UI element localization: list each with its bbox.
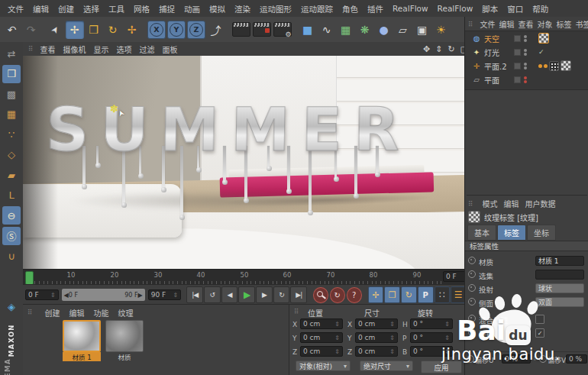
offset-u-field[interactable]: 0 % [502,354,531,364]
add-primitive-icon[interactable]: ■ [299,21,317,39]
position-z-field[interactable]: 0 cm⇕ [300,346,343,357]
menu-select[interactable]: 选择 [79,2,104,15]
menu-realflow-1[interactable]: RealFlow [388,3,433,14]
content-browser-icon[interactable]: ◈ [2,298,21,316]
environment-floor-icon[interactable]: ▱ [394,21,412,39]
texture-mode-icon[interactable]: ▩ [2,85,21,103]
object-row-plane[interactable]: ▱ 平面 [465,73,588,86]
keyframe-selection-button[interactable]: ? [347,287,362,303]
magnet-icon[interactable]: ∪ [2,247,21,265]
keyframe-circle[interactable] [467,355,474,363]
viewport-menu-cameras[interactable]: 摄像机 [60,44,90,55]
tile-checkbox[interactable]: ✓ [535,328,544,338]
keyframe-circle[interactable] [468,298,476,305]
enable-snap-icon[interactable]: Ⓢ [2,227,21,245]
polygons-mode-icon[interactable]: ▰ [2,166,21,184]
add-spline-icon[interactable]: ∿ [318,21,336,39]
undo-icon[interactable]: ↶ [3,21,21,39]
rotate-tool-icon[interactable]: ↻ [104,21,122,39]
visibility-dot[interactable] [524,39,527,42]
om-menu-bookmarks[interactable]: 书签 [576,18,588,30]
deformer-icon[interactable]: ● [375,21,393,39]
viewport-zoom-icon[interactable]: ⇕ [435,44,442,54]
next-key-button[interactable]: ↻ [273,286,290,303]
make-editable-icon[interactable]: ⇄ [2,44,21,63]
object-row-plane2[interactable]: ✛ 平面.2 [465,59,588,73]
visibility-dot-off[interactable] [524,76,527,79]
enable-axis-icon[interactable]: L [2,186,21,205]
menu-window[interactable]: 窗口 [502,2,528,15]
material-menu-function[interactable]: 功能 [94,307,109,318]
menu-motion-tracker[interactable]: 运动跟踪 [296,2,338,15]
menu-mesh[interactable]: 网格 [129,2,154,15]
light-icon[interactable]: ☀ [432,21,451,39]
viewport-menu-filter[interactable]: 过滤 [136,44,159,55]
viewport-scene[interactable]: SUMMER ✽ ➤ [23,56,464,269]
om-menu-view[interactable]: 查看 [519,18,534,30]
viewport-solo-icon[interactable]: ⊖ [2,206,21,225]
mix-textures-checkbox[interactable] [535,315,544,324]
keyframe-circle[interactable] [468,284,476,292]
projection-dropdown[interactable]: 球状 [535,283,584,293]
om-menu-objects[interactable]: 对象 [538,18,553,30]
lock-x-axis-icon[interactable]: X [147,21,166,39]
cloner-icon[interactable]: ❋ [356,21,374,39]
range-right-arrow-icon[interactable]: ▶ [138,292,143,299]
viewport-menu-panel[interactable]: 面板 [159,44,182,55]
side-dropdown[interactable]: 双面 [535,297,584,307]
timeline-ruler[interactable]: 0 10 20 30 40 50 60 70 80 90 0 F⇕ [23,269,464,285]
points-mode-icon[interactable]: ∵ [2,125,21,144]
camera-icon[interactable]: ▣ [413,21,431,39]
material-menu-texture[interactable]: 纹理 [118,307,134,318]
texture-tag-icon[interactable] [538,33,549,44]
tab-basic[interactable]: 基本 [467,225,496,241]
attr-menu-userdata[interactable]: 用户数据 [525,198,556,209]
menu-simulate[interactable]: 模拟 [205,2,230,15]
menu-mograph[interactable]: 运动图形 [255,2,296,15]
prev-frame-button[interactable]: ◀ [221,286,238,303]
material-menu-edit[interactable]: 编辑 [69,307,85,318]
play-button[interactable]: ▶ [238,286,255,303]
coordinate-mode-dropdown[interactable]: 对象(相对)▾ [296,360,351,371]
visibility-dot[interactable] [524,63,527,66]
timeline-playhead[interactable] [25,271,34,285]
object-row-light[interactable]: ✦ 灯光 ▾✓ [465,45,588,59]
grip-icon[interactable]: ⠿ [294,308,299,315]
move-tool-icon[interactable]: ✢ [66,21,84,39]
visibility-dot[interactable] [524,35,527,38]
keyframe-circle[interactable] [468,328,476,336]
attr-menu-edit[interactable]: 编辑 [504,198,519,209]
viewport-menu-options[interactable]: 选项 [113,44,136,55]
visibility-dot[interactable] [524,49,527,52]
lock-y-axis-icon[interactable]: Y [167,21,186,39]
material-thumbnail[interactable] [63,320,101,352]
size-mode-dropdown[interactable]: 绝对尺寸▾ [360,360,413,371]
size-z-field[interactable]: 0 cm⇕ [355,346,398,357]
record-scale-toggle[interactable]: ❒ [384,286,400,303]
om-menu-file[interactable]: 文件 [480,18,496,30]
material-item-2[interactable]: 材质 [105,320,144,361]
keyframe-circle[interactable] [468,270,476,278]
keyframe-circle[interactable] [468,257,476,264]
next-frame-button[interactable]: ▶ [256,286,273,303]
material-link-field[interactable]: 材质 1 [535,256,584,266]
render-settings-icon[interactable] [273,22,292,37]
rotation-b-field[interactable]: 0 °⇕ [410,346,453,357]
record-rotation-toggle[interactable]: ↻ [401,286,417,303]
autokey-button[interactable]: ↻ [330,287,345,303]
menu-create[interactable]: 创建 [53,2,79,15]
record-position-toggle[interactable]: ✢ [368,286,384,303]
rotation-p-field[interactable]: 0 °⇕ [410,332,453,343]
position-x-field[interactable]: 0 cm⇕ [300,318,343,329]
offset-v-field[interactable]: 0 % [566,354,587,364]
spinner-icon[interactable]: ⇕ [532,355,538,362]
viewport-pan-icon[interactable]: ✥ [423,44,430,54]
viewport-menu-display[interactable]: 显示 [90,44,113,55]
menu-animate[interactable]: 动画 [179,2,205,15]
frame-range-slider[interactable]: ◀ 0 F 90 F ▶ [62,289,145,301]
menu-file[interactable]: 文件 [3,2,28,15]
texture-tag-icon[interactable] [561,60,571,71]
viewport-menu-view[interactable]: 查看 [37,44,60,55]
menu-script[interactable]: 脚本 [477,2,502,15]
visibility-dot[interactable] [524,66,527,70]
